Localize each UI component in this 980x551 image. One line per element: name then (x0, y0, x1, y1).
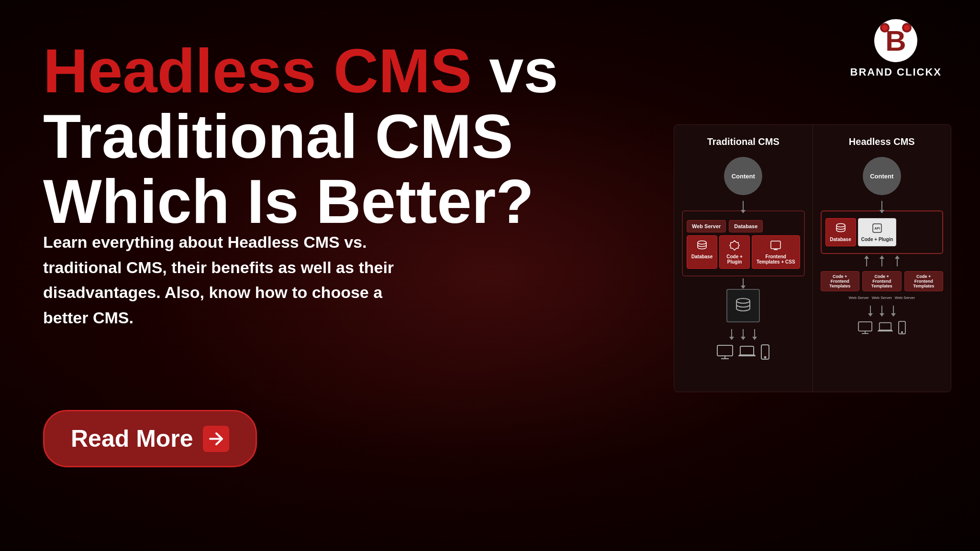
ws-label-1: Web Server (849, 296, 869, 300)
traditional-cms-title: Traditional CMS (707, 136, 780, 147)
device-row-headless (858, 321, 906, 336)
headless-db-icon (835, 222, 846, 235)
headless-db-box: Database (825, 218, 856, 246)
desktop-icon (716, 344, 734, 362)
frontend-box: Frontend Templates + CSS (752, 235, 800, 269)
db-api-row: Database API Code + Plugin (825, 218, 939, 246)
page-wrapper: B BRAND CLICKX Headless CMS vs Tradition… (0, 0, 980, 551)
arrow-down-1 (743, 201, 744, 210)
database-server-box: Database (729, 220, 763, 232)
database-icon (696, 240, 708, 252)
frontend-icon (770, 240, 781, 252)
headless-arr-d-1 (870, 306, 871, 314)
code-plugin-box: Code + Plugin (719, 235, 750, 269)
logo-text: BRAND CLICKX (850, 66, 942, 78)
heading-part1-red: Headless CMS (43, 36, 472, 106)
svg-point-19 (901, 331, 902, 333)
plugin-icon (729, 240, 740, 252)
api-icon: API (871, 222, 883, 235)
traditional-content-bubble: Content (724, 157, 762, 195)
db-svg (734, 296, 753, 315)
svg-point-13 (836, 224, 845, 227)
svg-rect-16 (858, 322, 872, 331)
arrow-down-2 (743, 278, 744, 286)
svg-point-6 (698, 241, 706, 244)
diagram-container: Traditional CMS Content Web Server Datab… (674, 124, 951, 392)
heading-line1: Headless CMS vs Traditional CMS (43, 38, 569, 169)
headless-arrows-down (870, 306, 894, 314)
logo: B BRAND CLICKX (850, 19, 942, 78)
headless-arrow-down-1 (881, 201, 882, 210)
svg-rect-7 (771, 241, 780, 249)
mobile-icon (760, 344, 770, 362)
headless-mobile-icon (898, 321, 906, 336)
server-item-2: Code + Frontend Templates (862, 271, 902, 291)
heading-vs: vs (472, 36, 558, 106)
arrows-up (866, 258, 898, 266)
brand-logo-icon: B (874, 19, 917, 62)
headless-api-box: API Code + Plugin (858, 218, 897, 246)
arr-up-3 (897, 258, 898, 266)
headless-content-bubble: Content (863, 157, 901, 195)
headless-cms-column: Headless CMS Content (813, 125, 951, 392)
arr-up-2 (881, 258, 882, 266)
svg-point-5 (904, 25, 910, 31)
read-more-button[interactable]: Read More (43, 410, 257, 467)
ws-label-3: Web Server (895, 296, 915, 300)
arrows-down-triple (731, 329, 755, 338)
read-more-label: Read More (71, 425, 193, 452)
headless-cms-title: Headless CMS (849, 136, 915, 147)
arr-d-1 (731, 329, 732, 338)
svg-point-4 (882, 25, 888, 31)
description-text: Learn everything about Headless CMS vs. … (43, 230, 407, 331)
svg-point-8 (736, 298, 750, 303)
main-heading: Headless CMS vs Traditional CMS Which Is… (43, 38, 569, 234)
headless-server-group: Code + Frontend Templates Code + Fronten… (821, 271, 944, 291)
db-box: Database (687, 235, 717, 269)
database-single (726, 289, 760, 322)
heading-line2: Which Is Better? (43, 169, 569, 234)
svg-text:API: API (874, 227, 880, 230)
device-row-traditional (716, 344, 770, 362)
traditional-server-box: Web Server Database Database (682, 210, 805, 276)
ws-label-2: Web Server (872, 296, 892, 300)
server-row: Web Server Database (687, 220, 800, 232)
headless-laptop-icon (878, 321, 893, 336)
arr-d-3 (754, 329, 755, 338)
headless-db-api-box: Database API Code + Plugin (821, 210, 944, 254)
heading-part2-white: Traditional CMS (43, 101, 513, 171)
server-item-3: Code + Frontend Templates (904, 271, 944, 291)
svg-rect-9 (717, 345, 733, 356)
laptop-icon (738, 344, 756, 362)
svg-point-12 (765, 357, 766, 358)
arr-d-2 (743, 329, 744, 338)
traditional-cms-column: Traditional CMS Content Web Server Datab… (674, 125, 813, 392)
red-boxes-row: Database Code + Plugin (687, 235, 800, 269)
server-item-1: Code + Frontend Templates (821, 271, 860, 291)
headless-arr-d-3 (893, 306, 894, 314)
arr-up-1 (866, 258, 867, 266)
svg-rect-17 (880, 323, 891, 331)
arrow-svg (208, 430, 224, 447)
headless-arr-d-2 (881, 306, 882, 314)
headless-desktop-icon (858, 321, 873, 336)
svg-rect-10 (740, 346, 754, 355)
arrow-right-icon (203, 426, 229, 452)
web-server-box: Web Server (687, 220, 726, 232)
web-server-labels: Web Server Web Server Web Server (849, 296, 915, 300)
